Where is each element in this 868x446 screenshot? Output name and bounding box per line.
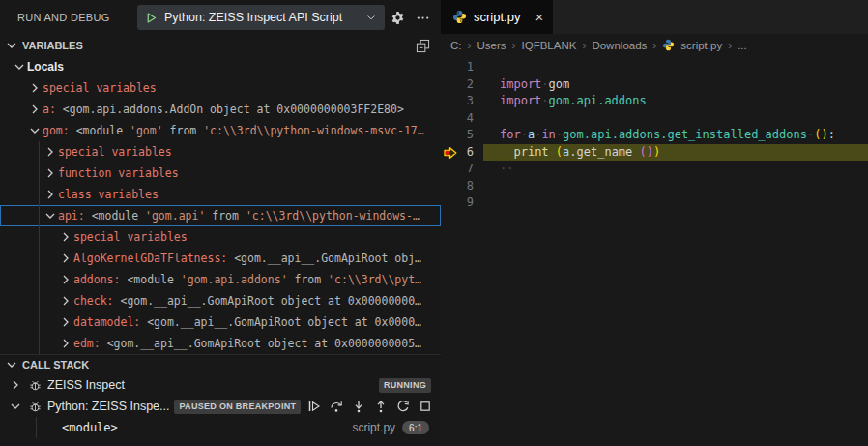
- code-text[interactable]: [483, 178, 868, 195]
- variable-value: <gom.__api__.GomApiRoot object at 0x0000…: [101, 337, 421, 350]
- code-line[interactable]: 2import·gom: [441, 76, 868, 94]
- chevron-down-icon[interactable]: [4, 357, 19, 372]
- chevron-right-icon[interactable]: [58, 293, 73, 309]
- code-text[interactable]: [483, 194, 868, 212]
- code-text[interactable]: ··: [483, 161, 868, 178]
- breadcrumb-file[interactable]: script.py: [680, 40, 722, 51]
- variable-row[interactable]: gom: <module 'gom' from 'c:\\3rd\\python…: [0, 120, 441, 141]
- step-over-icon[interactable]: [328, 398, 345, 415]
- variable-row[interactable]: AlgoKernelGDaTFlatness: <gom.__api__.Gom…: [0, 248, 441, 269]
- line-number[interactable]: 7: [441, 161, 483, 178]
- chevron-down-icon[interactable]: [27, 123, 43, 138]
- chevron-down-icon[interactable]: [12, 59, 27, 74]
- vscode-debug-window: RUN AND DEBUG Python: ZEISS Inspect API …: [0, 0, 868, 446]
- chevron-right-icon[interactable]: [43, 165, 58, 181]
- chevron-right-icon[interactable]: [58, 336, 73, 351]
- debug-session-row[interactable]: Python: ZEISS Inspe... PAUSED ON BREAKPO…: [0, 396, 441, 417]
- breadcrumb-separator: ›: [512, 39, 516, 52]
- run-and-debug-sidebar: RUN AND DEBUG Python: ZEISS Inspect API …: [0, 0, 441, 446]
- gear-icon[interactable]: [385, 6, 410, 29]
- code-line[interactable]: 7··: [441, 161, 868, 178]
- line-number[interactable]: 9: [441, 194, 483, 212]
- code-line[interactable]: 5for·a·in·gom.api.addons.get_installed_a…: [441, 127, 868, 144]
- variable-row[interactable]: a: <gom.api.addons.AddOn object at 0x000…: [0, 99, 441, 120]
- chevron-right-icon[interactable]: [8, 377, 23, 393]
- stop-icon[interactable]: [417, 398, 434, 415]
- chevron-right-icon[interactable]: [43, 187, 58, 202]
- chevron-right-icon[interactable]: [43, 144, 58, 160]
- code-text[interactable]: [483, 110, 868, 128]
- variable-value: <gom.api.addons.AddOn object at 0x000000…: [56, 103, 404, 116]
- chevron-down-icon[interactable]: [365, 12, 377, 23]
- variable-row[interactable]: function variables: [0, 163, 441, 184]
- variables-section-header[interactable]: VARIABLES: [0, 35, 441, 56]
- close-icon[interactable]: ×: [535, 10, 543, 24]
- line-number[interactable]: 2: [441, 76, 483, 94]
- chevron-right-icon[interactable]: [27, 102, 43, 117]
- line-number[interactable]: 1: [441, 59, 483, 76]
- tab-bar: script.py ×: [441, 0, 868, 34]
- continue-icon[interactable]: [305, 398, 323, 415]
- breadcrumb-item[interactable]: C:: [450, 40, 462, 51]
- restart-icon[interactable]: [394, 398, 412, 415]
- code-text[interactable]: import·gom: [483, 76, 868, 94]
- chevron-right-icon[interactable]: [58, 229, 73, 245]
- chevron-right-icon[interactable]: [27, 80, 43, 96]
- step-out-icon[interactable]: [372, 398, 390, 415]
- play-icon[interactable]: [145, 12, 158, 24]
- variable-row[interactable]: special variables: [0, 141, 441, 163]
- variable-value: <gom.__api__.GomApiRoot object at 0x0000…: [140, 315, 421, 329]
- tab-script-py[interactable]: script.py ×: [441, 0, 553, 34]
- variables-tree: Localsspecial variablesa: <gom.api.addon…: [0, 56, 441, 354]
- code-text[interactable]: import·gom.api.addons: [483, 93, 868, 110]
- code-text[interactable]: for·a·in·gom.api.addons.get_installed_ad…: [483, 127, 868, 144]
- more-actions-icon[interactable]: [410, 6, 435, 29]
- code-line[interactable]: 9: [441, 194, 868, 212]
- line-number[interactable]: 3: [441, 93, 483, 110]
- variable-name: addons:: [73, 273, 120, 286]
- variable-row[interactable]: addons: <module 'gom.api.addons' from 'c…: [0, 269, 441, 290]
- callstack-section-header[interactable]: CALL STACK: [0, 355, 441, 374]
- chevron-right-icon[interactable]: [58, 251, 73, 266]
- variable-row[interactable]: class variables: [0, 184, 441, 205]
- chevron-down-icon[interactable]: [4, 38, 19, 53]
- variable-row[interactable]: datamodel: <gom.__api__.GomApiRoot objec…: [0, 312, 441, 333]
- stack-frame-row[interactable]: <module> script.py 6:1: [0, 417, 441, 438]
- chevron-right-icon[interactable]: [58, 314, 73, 330]
- line-number[interactable]: 5: [441, 127, 483, 144]
- chevron-right-icon[interactable]: [58, 272, 73, 287]
- variable-row[interactable]: special variables: [0, 77, 441, 99]
- variable-name: edm:: [73, 337, 101, 350]
- line-number[interactable]: 4: [441, 110, 483, 128]
- variable-name: function variables: [58, 166, 179, 180]
- session-name: ZEISS Inspect: [47, 378, 125, 392]
- variable-row[interactable]: api: <module 'gom.api' from 'c:\\3rd\\py…: [0, 205, 441, 226]
- variable-name: special variables: [43, 81, 157, 95]
- breadcrumb-item[interactable]: Downloads: [592, 40, 647, 51]
- debug-config-picker[interactable]: Python: ZEISS Inspect API Script: [137, 5, 385, 30]
- variable-name: Locals: [27, 60, 64, 74]
- variable-row[interactable]: edm: <gom.__api__.GomApiRoot object at 0…: [0, 333, 441, 354]
- debug-session-row[interactable]: ZEISS Inspect RUNNING: [0, 374, 441, 396]
- chevron-down-icon[interactable]: [43, 208, 58, 223]
- code-line[interactable]: 4: [441, 110, 868, 128]
- line-number[interactable]: 8: [441, 178, 483, 195]
- frame-file: script.py: [352, 421, 395, 434]
- variable-row[interactable]: check: <gom.__api__.GomApiRoot object at…: [0, 290, 441, 312]
- breadcrumb-item[interactable]: Users: [477, 40, 506, 51]
- code-line[interactable]: 1: [441, 59, 868, 76]
- code-line[interactable]: 8: [441, 178, 868, 195]
- code-text[interactable]: [483, 59, 868, 76]
- variable-row[interactable]: special variables: [0, 226, 441, 248]
- code-line[interactable]: 3import·gom.api.addons: [441, 93, 868, 110]
- code-text[interactable]: ··print·(a.get_name·()): [483, 144, 868, 162]
- breadcrumb-tail[interactable]: ...: [738, 40, 747, 51]
- step-into-icon[interactable]: [350, 398, 367, 415]
- chevron-down-icon[interactable]: [8, 399, 23, 414]
- collapse-all-icon[interactable]: [410, 34, 435, 57]
- scope-row[interactable]: Locals: [0, 56, 441, 77]
- breakpoint-current-position-icon[interactable]: [443, 145, 458, 161]
- code-area[interactable]: 12import·gom3import·gom.api.addons45for·…: [441, 56, 868, 212]
- breadcrumb-item[interactable]: IQFBLANK: [522, 40, 577, 51]
- code-line[interactable]: 6··print·(a.get_name·()): [441, 144, 868, 162]
